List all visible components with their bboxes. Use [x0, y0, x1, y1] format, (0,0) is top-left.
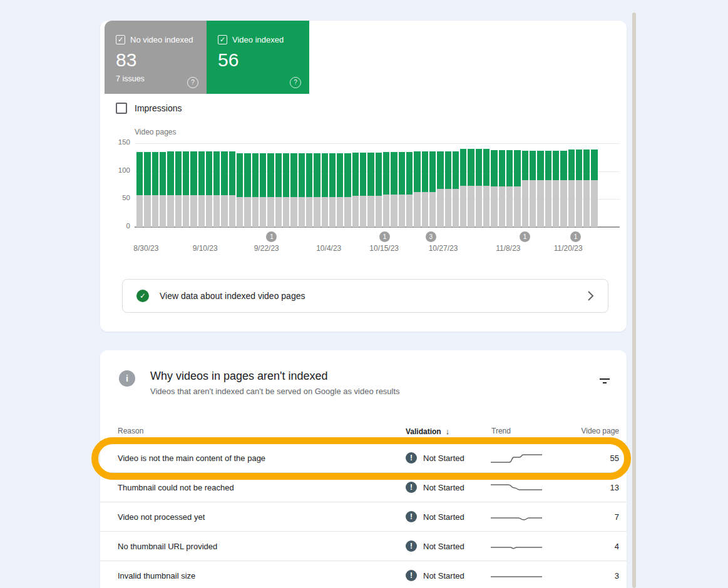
chart-bar[interactable] [483, 143, 490, 227]
chart-bar[interactable] [399, 143, 405, 227]
table-row[interactable]: Thumbnail could not be reached ! Not Sta… [100, 472, 627, 502]
chart-bar[interactable] [468, 143, 474, 227]
chart-bar[interactable] [367, 143, 374, 227]
chart-bar[interactable] [560, 143, 567, 227]
help-icon[interactable]: ? [187, 77, 198, 88]
chart-bar[interactable] [553, 143, 559, 227]
chart-bar[interactable] [183, 143, 189, 227]
chart-bar[interactable] [522, 143, 528, 227]
impressions-toggle[interactable]: Impressions [116, 103, 182, 114]
chart-bar[interactable] [414, 143, 420, 227]
filter-icon[interactable] [598, 375, 612, 387]
issues-card: i Why videos in pages aren't indexed Vid… [100, 350, 627, 588]
view-indexed-data-banner[interactable]: ✓ View data about indexed video pages [122, 279, 608, 313]
checkbox-unchecked-icon[interactable] [116, 103, 127, 114]
chart-marker-badge[interactable]: 1 [570, 231, 581, 242]
video-pages-count: 13 [610, 483, 619, 492]
tile-no-video-indexed[interactable]: ✓ No video indexed 83 7 issues ? [105, 21, 207, 94]
reason-cell[interactable]: Video not processed yet [118, 512, 205, 522]
chart-bar[interactable] [445, 143, 451, 227]
chart-bar[interactable] [545, 143, 551, 227]
chart-bar[interactable] [453, 143, 459, 227]
tile-value: 83 [116, 49, 136, 71]
x-axis-label: 9/10/23 [193, 244, 218, 253]
chart-bar[interactable] [175, 143, 182, 227]
chart-bar[interactable] [391, 143, 397, 227]
checkbox-checked-icon[interactable]: ✓ [218, 35, 227, 44]
chart-bar[interactable] [437, 143, 443, 227]
reason-cell[interactable]: Thumbnail could not be reached [118, 483, 234, 492]
chart-bar[interactable] [198, 143, 205, 227]
chart-bar[interactable] [406, 143, 413, 227]
chart-bar[interactable] [267, 143, 274, 227]
chart-bar[interactable] [591, 143, 597, 227]
chart-bar[interactable] [491, 143, 497, 227]
chart-bar[interactable] [244, 143, 250, 227]
chart-bar[interactable] [460, 143, 466, 227]
chart-bar[interactable] [530, 143, 536, 227]
chart-bar[interactable] [229, 143, 235, 227]
chart-bar[interactable] [299, 143, 305, 227]
chart-bar[interactable] [576, 143, 582, 227]
chart-bar[interactable] [290, 143, 297, 227]
chart-bar[interactable] [314, 143, 320, 227]
checkbox-checked-icon[interactable]: ✓ [116, 35, 125, 44]
chart-bar[interactable] [167, 143, 173, 227]
scrollbar-thumb[interactable] [632, 13, 636, 588]
chart-bar[interactable] [506, 143, 513, 227]
chart-bar[interactable] [568, 143, 575, 227]
chart-bar[interactable] [376, 143, 382, 227]
chart-bar[interactable] [206, 143, 212, 227]
chart-bar[interactable] [383, 143, 389, 227]
chart-bar[interactable] [360, 143, 366, 227]
reason-cell[interactable]: Video is not the main content of the pag… [118, 454, 265, 463]
chart-bar[interactable] [221, 143, 227, 227]
chart-marker-badge[interactable]: 1 [266, 231, 277, 242]
column-header-validation[interactable]: Validation↓ [406, 427, 449, 436]
trend-sparkline [488, 567, 545, 584]
chart-bar[interactable] [160, 143, 166, 227]
validation-cell: ! Not Started [406, 482, 464, 493]
chart-bar[interactable] [252, 143, 259, 227]
chart-bar[interactable] [237, 143, 243, 227]
chart-marker-badge[interactable]: 3 [426, 231, 436, 242]
chart-bar[interactable] [275, 143, 282, 227]
chart-bar[interactable] [352, 143, 359, 227]
chart-bar[interactable] [144, 143, 150, 227]
tile-video-indexed[interactable]: ✓ Video indexed 56 ? [207, 21, 309, 94]
reason-cell[interactable]: Invalid thumbnail size [118, 571, 195, 580]
chart-bar[interactable] [337, 143, 343, 227]
chart-bar[interactable] [152, 143, 158, 227]
chart-bar[interactable] [283, 143, 289, 227]
chart-bar[interactable] [136, 143, 143, 227]
table-row[interactable]: Video is not the main content of the pag… [100, 443, 627, 472]
chart-bar[interactable] [429, 143, 436, 227]
trend-sparkline [488, 538, 545, 554]
help-icon[interactable]: ? [290, 77, 301, 88]
chart-bar[interactable] [190, 143, 197, 227]
chart-bar[interactable] [537, 143, 543, 227]
chart-bar[interactable] [476, 143, 482, 227]
info-icon: i [119, 370, 135, 387]
chart-marker-badge[interactable]: 1 [520, 231, 530, 242]
chart-bar[interactable] [583, 143, 590, 227]
not-started-icon: ! [406, 540, 417, 552]
chart-marker-badge[interactable]: 1 [379, 231, 390, 242]
table-row[interactable]: No thumbnail URL provided ! Not Started … [100, 531, 627, 560]
chart-bar[interactable] [344, 143, 351, 227]
chart-bar[interactable] [499, 143, 505, 227]
chart-bar[interactable] [306, 143, 312, 227]
chart-bar[interactable] [260, 143, 266, 227]
table-row[interactable]: Invalid thumbnail size ! Not Started 3 [100, 560, 627, 588]
chart-bar[interactable] [322, 143, 328, 227]
chart-bar[interactable] [514, 143, 520, 227]
validation-status: Not Started [423, 483, 464, 492]
table-row[interactable]: Video not processed yet ! Not Started 7 [100, 502, 627, 531]
chart-bar[interactable] [213, 143, 220, 227]
reason-cell[interactable]: No thumbnail URL provided [118, 542, 217, 551]
banner-label: View data about indexed video pages [160, 291, 305, 301]
chart-bar[interactable] [422, 143, 428, 227]
chart-bar[interactable] [329, 143, 336, 227]
chevron-right-icon[interactable] [587, 290, 594, 302]
table-header: Reason Validation↓ Trend Video page [100, 420, 627, 443]
